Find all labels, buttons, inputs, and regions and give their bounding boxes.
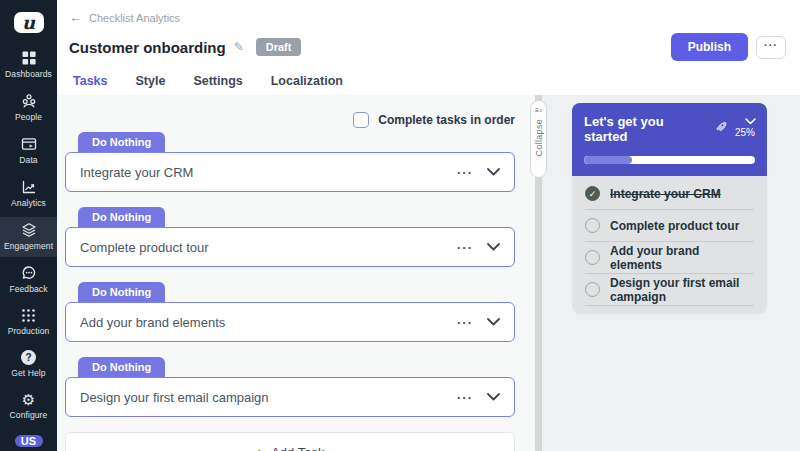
add-task-label: Add Task <box>271 445 324 451</box>
sidebar-item-label: Engagement <box>4 241 53 251</box>
task-card[interactable]: Add your brand elements ··· <box>65 302 515 342</box>
sidebar-item-engagement[interactable]: Engagement <box>0 217 57 257</box>
tasks-panel: Complete tasks in order Do Nothing Integ… <box>57 95 535 451</box>
checklist-item-label: Complete product tour <box>610 219 739 233</box>
breadcrumb-label[interactable]: Checklist Analytics <box>89 12 180 24</box>
app-window: u Dashboards People <box>0 0 800 451</box>
sidebar-item-configure[interactable]: ⚙ Configure <box>0 387 57 426</box>
circle-icon <box>585 282 600 297</box>
circle-icon <box>585 218 600 233</box>
checklist-item[interactable]: Add your brand elements <box>585 242 754 274</box>
edit-pencil-icon[interactable]: ✎ <box>234 40 244 54</box>
task-menu-icon[interactable]: ··· <box>457 165 473 180</box>
task-action-badge[interactable]: Do Nothing <box>78 207 165 227</box>
task-card[interactable]: Design your first email campaign ··· <box>65 377 515 417</box>
gear-icon: ⚙ <box>22 392 35 407</box>
preview-panel: Let's get you started <box>542 95 800 451</box>
task-action-badge[interactable]: Do Nothing <box>78 132 165 152</box>
chevron-down-icon[interactable] <box>487 318 500 326</box>
complete-in-order-checkbox[interactable] <box>353 112 369 128</box>
task-menu-icon[interactable]: ··· <box>457 390 473 405</box>
circle-icon <box>585 250 600 265</box>
checklist-item[interactable]: Complete product tour <box>585 210 754 242</box>
panel-divider[interactable]: ≡› Collapse <box>535 95 542 451</box>
app-logo[interactable]: u <box>14 12 44 33</box>
task-action-badge[interactable]: Do Nothing <box>78 282 165 302</box>
breadcrumb: ← Checklist Analytics <box>69 10 786 25</box>
people-icon <box>21 93 37 109</box>
production-icon <box>21 308 36 323</box>
sidebar-item-people[interactable]: People <box>0 88 57 128</box>
sidebar-item-dashboards[interactable]: Dashboards <box>0 45 57 85</box>
sidebar-item-feedback[interactable]: Feedback <box>0 260 57 300</box>
task-menu-icon[interactable]: ··· <box>457 315 473 330</box>
task-block: Do Nothing Add your brand elements ··· <box>65 282 515 342</box>
publish-button[interactable]: Publish <box>671 33 748 61</box>
sidebar-item-label: Configure <box>10 410 48 420</box>
more-options-button[interactable]: ··· <box>756 36 786 59</box>
dashboards-icon <box>21 50 37 66</box>
task-title: Complete product tour <box>80 240 457 255</box>
page-title: Customer onboarding <box>69 39 226 56</box>
sidebar: u Dashboards People <box>0 0 57 451</box>
task-card[interactable]: Integrate your CRM ··· <box>65 152 515 192</box>
sidebar-item-production[interactable]: Production <box>0 303 57 342</box>
check-icon: ✓ <box>585 186 600 201</box>
task-block: Do Nothing Integrate your CRM ··· <box>65 132 515 192</box>
engagement-icon <box>21 222 37 238</box>
checklist-item[interactable]: Design your first email campaign <box>585 274 754 306</box>
main-area: ← Checklist Analytics Customer onboardin… <box>57 0 800 451</box>
checklist-title: Let's get you started <box>584 114 709 144</box>
task-block: Do Nothing Design your first email campa… <box>65 357 515 417</box>
analytics-icon <box>21 179 37 195</box>
sidebar-item-label: Analytics <box>11 198 46 208</box>
progress-fill <box>584 156 632 164</box>
collapse-label: Collapse <box>534 119 544 156</box>
task-action-badge[interactable]: Do Nothing <box>78 357 165 377</box>
task-title: Add your brand elements <box>80 315 457 330</box>
back-arrow-icon[interactable]: ← <box>69 10 82 25</box>
sidebar-item-label: Get Help <box>11 368 45 378</box>
sidebar-item-analytics[interactable]: Analytics <box>0 174 57 214</box>
task-menu-icon[interactable]: ··· <box>457 240 473 255</box>
chevron-down-icon[interactable] <box>487 243 500 251</box>
progress-bar <box>584 156 755 164</box>
page-header: ← Checklist Analytics Customer onboardin… <box>57 0 800 95</box>
checklist-item-label: Add your brand elements <box>610 244 754 272</box>
feedback-icon <box>21 265 37 281</box>
sidebar-item-label: Data <box>19 155 37 165</box>
checklist-item-label: Integrate your CRM <box>610 187 721 201</box>
sidebar-item-get-help[interactable]: ? Get Help <box>0 345 57 384</box>
checklist-header: Let's get you started <box>572 103 767 176</box>
checklist-preview-widget: Let's get you started <box>572 103 767 314</box>
checklist-items: ✓ Integrate your CRM Complete product to… <box>572 176 767 314</box>
task-card[interactable]: Complete product tour ··· <box>65 227 515 267</box>
sidebar-item-label: Feedback <box>9 284 47 294</box>
checklist-item-label: Design your first email campaign <box>610 276 754 304</box>
checklist-item[interactable]: ✓ Integrate your CRM <box>585 178 754 210</box>
status-badge: Draft <box>256 38 302 56</box>
progress-percent: 25% <box>735 127 755 138</box>
add-task-button[interactable]: + Add Task <box>65 432 515 451</box>
plus-icon: + <box>256 445 264 451</box>
sidebar-item-label: Dashboards <box>5 69 52 79</box>
data-icon <box>21 136 37 152</box>
task-block: Do Nothing Complete product tour ··· <box>65 207 515 267</box>
collapse-handle[interactable]: ≡› Collapse <box>530 100 547 178</box>
sidebar-item-label: Production <box>8 326 50 336</box>
task-title: Design your first email campaign <box>80 390 457 405</box>
complete-in-order-label: Complete tasks in order <box>378 113 515 127</box>
drag-handle-icon: ≡› <box>535 107 542 115</box>
rocket-icon <box>714 121 727 137</box>
sidebar-item-data[interactable]: Data <box>0 131 57 171</box>
chevron-down-icon[interactable] <box>487 393 500 401</box>
chevron-down-icon[interactable] <box>487 168 500 176</box>
user-avatar[interactable]: US <box>15 435 43 447</box>
sidebar-item-label: People <box>15 112 42 122</box>
task-title: Integrate your CRM <box>80 165 457 180</box>
help-icon: ? <box>21 350 36 365</box>
